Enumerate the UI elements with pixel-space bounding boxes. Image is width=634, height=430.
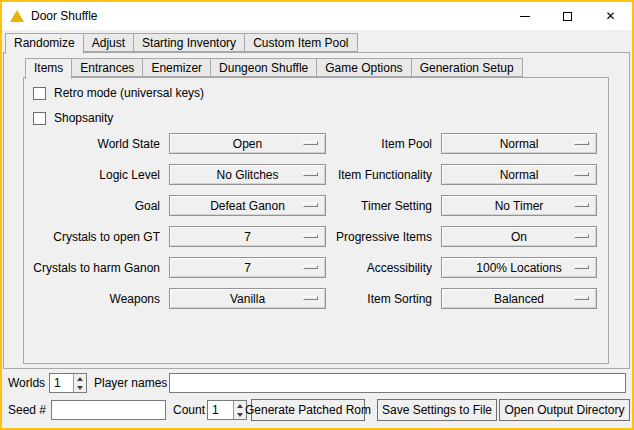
tab-custom-item-pool[interactable]: Custom Item Pool bbox=[244, 33, 357, 52]
weapons-dropdown[interactable]: Vanilla bbox=[169, 288, 326, 309]
progressive-items-value: On bbox=[511, 230, 527, 244]
crystals-open-gt-value: 7 bbox=[244, 230, 251, 244]
minimize-icon bbox=[520, 16, 530, 17]
tab-randomize[interactable]: Randomize bbox=[5, 33, 84, 54]
goal-label: Goal bbox=[24, 199, 160, 213]
arrow-down-icon bbox=[77, 386, 83, 390]
spin-down-button[interactable] bbox=[74, 383, 86, 392]
retro-mode-checkbox[interactable] bbox=[33, 87, 46, 100]
item-functionality-value: Normal bbox=[500, 168, 539, 182]
dropdown-indicator-icon bbox=[574, 141, 589, 145]
tab-dungeon-shuffle[interactable]: Dungeon Shuffle bbox=[210, 58, 317, 77]
window-title: Door Shuffle bbox=[31, 9, 98, 23]
dropdown-indicator-icon bbox=[303, 296, 318, 300]
close-button[interactable]: ✕ bbox=[589, 2, 632, 30]
worlds-spinner[interactable]: 1 bbox=[49, 373, 87, 393]
arrow-up-icon bbox=[237, 404, 243, 408]
weapons-value: Vanilla bbox=[230, 292, 265, 306]
goal-value: Defeat Ganon bbox=[210, 199, 285, 213]
arrow-down-icon bbox=[237, 413, 243, 417]
item-pool-label: Item Pool bbox=[326, 137, 432, 151]
generate-patched-rom-button[interactable]: Generate Patched Rom bbox=[251, 399, 365, 421]
window-controls: ✕ bbox=[503, 2, 632, 30]
shopsanity-checkbox[interactable] bbox=[33, 112, 46, 125]
accessibility-value: 100% Locations bbox=[476, 261, 561, 275]
timer-setting-dropdown[interactable]: No Timer bbox=[441, 195, 597, 216]
player-names-label: Player names bbox=[94, 373, 167, 393]
player-names-input[interactable] bbox=[169, 373, 626, 393]
weapons-label: Weapons bbox=[24, 292, 160, 306]
client-area: Randomize Adjust Starting Inventory Cust… bbox=[2, 30, 632, 428]
logic-level-label: Logic Level bbox=[24, 168, 160, 182]
tab-entrances[interactable]: Entrances bbox=[71, 58, 143, 77]
tab-items[interactable]: Items bbox=[25, 58, 72, 79]
retro-mode-checkbox-row[interactable]: Retro mode (universal keys) bbox=[33, 86, 204, 100]
tab-enemizer[interactable]: Enemizer bbox=[142, 58, 211, 77]
accessibility-label: Accessibility bbox=[326, 261, 432, 275]
window: Door Shuffle ✕ Randomize Adjust Starting… bbox=[0, 0, 634, 430]
open-output-directory-button[interactable]: Open Output Directory bbox=[499, 399, 630, 421]
dropdown-indicator-icon bbox=[303, 141, 318, 145]
seed-label: Seed # bbox=[8, 399, 46, 421]
arrow-up-icon bbox=[77, 377, 83, 381]
field-row: Goal Defeat Ganon Timer Setting No Timer bbox=[24, 190, 608, 221]
field-row: Crystals to harm Ganon 7 Accessibility 1… bbox=[24, 252, 608, 283]
generate-row: Seed # Count 1 Generate Patched Rom Save… bbox=[2, 399, 632, 421]
goal-dropdown[interactable]: Defeat Ganon bbox=[169, 195, 326, 216]
item-sorting-label: Item Sorting bbox=[326, 292, 432, 306]
dropdown-indicator-icon bbox=[574, 296, 589, 300]
tab-starting-inventory[interactable]: Starting Inventory bbox=[133, 33, 245, 52]
item-sorting-dropdown[interactable]: Balanced bbox=[441, 288, 597, 309]
seed-input[interactable] bbox=[51, 400, 166, 420]
dropdown-indicator-icon bbox=[303, 172, 318, 176]
item-functionality-dropdown[interactable]: Normal bbox=[441, 164, 597, 185]
count-spinner[interactable]: 1 bbox=[207, 400, 247, 420]
spin-up-button[interactable] bbox=[74, 374, 86, 383]
accessibility-dropdown[interactable]: 100% Locations bbox=[441, 257, 597, 278]
item-sorting-value: Balanced bbox=[494, 292, 544, 306]
logic-level-dropdown[interactable]: No Glitches bbox=[169, 164, 326, 185]
crystals-harm-ganon-dropdown[interactable]: 7 bbox=[169, 257, 326, 278]
count-label: Count bbox=[173, 399, 205, 421]
worlds-spinner-arrows bbox=[73, 374, 86, 392]
world-state-value: Open bbox=[233, 137, 262, 151]
outer-tab-bar: Randomize Adjust Starting Inventory Cust… bbox=[5, 33, 358, 54]
progressive-items-dropdown[interactable]: On bbox=[441, 226, 597, 247]
tab-game-options[interactable]: Game Options bbox=[316, 58, 411, 77]
multiworld-row: Worlds 1 Player names bbox=[2, 373, 632, 393]
dropdown-indicator-icon bbox=[303, 203, 318, 207]
dropdown-indicator-icon bbox=[303, 265, 318, 269]
logic-level-value: No Glitches bbox=[216, 168, 278, 182]
progressive-items-label: Progressive Items bbox=[326, 230, 432, 244]
count-value[interactable]: 1 bbox=[208, 401, 233, 419]
item-functionality-label: Item Functionality bbox=[326, 168, 432, 182]
tab-adjust[interactable]: Adjust bbox=[83, 33, 134, 52]
item-pool-value: Normal bbox=[500, 137, 539, 151]
retro-mode-label: Retro mode (universal keys) bbox=[54, 86, 204, 100]
item-pool-dropdown[interactable]: Normal bbox=[441, 133, 597, 154]
crystals-open-gt-dropdown[interactable]: 7 bbox=[169, 226, 326, 247]
minimize-button[interactable] bbox=[503, 2, 546, 30]
crystals-harm-ganon-value: 7 bbox=[244, 261, 251, 275]
world-state-label: World State bbox=[24, 137, 160, 151]
titlebar: Door Shuffle ✕ bbox=[2, 2, 632, 30]
worlds-value[interactable]: 1 bbox=[50, 374, 73, 392]
dropdown-indicator-icon bbox=[574, 172, 589, 176]
dropdown-indicator-icon bbox=[303, 234, 318, 238]
maximize-button[interactable] bbox=[546, 2, 589, 30]
field-row: Weapons Vanilla Item Sorting Balanced bbox=[24, 283, 608, 314]
maximize-icon bbox=[563, 12, 572, 21]
field-row: World State Open Item Pool Normal bbox=[24, 128, 608, 159]
save-settings-button[interactable]: Save Settings to File bbox=[377, 399, 497, 421]
world-state-dropdown[interactable]: Open bbox=[169, 133, 326, 154]
shopsanity-checkbox-row[interactable]: Shopsanity bbox=[33, 111, 113, 125]
worlds-label: Worlds bbox=[8, 373, 45, 393]
tab-generation-setup[interactable]: Generation Setup bbox=[411, 58, 523, 77]
field-row: Crystals to open GT 7 Progressive Items … bbox=[24, 221, 608, 252]
shopsanity-label: Shopsanity bbox=[54, 111, 113, 125]
dropdown-indicator-icon bbox=[574, 234, 589, 238]
option-fields: World State Open Item Pool Normal Logic … bbox=[24, 128, 608, 314]
app-icon[interactable] bbox=[10, 10, 24, 22]
timer-setting-value: No Timer bbox=[495, 199, 544, 213]
field-row: Logic Level No Glitches Item Functionali… bbox=[24, 159, 608, 190]
